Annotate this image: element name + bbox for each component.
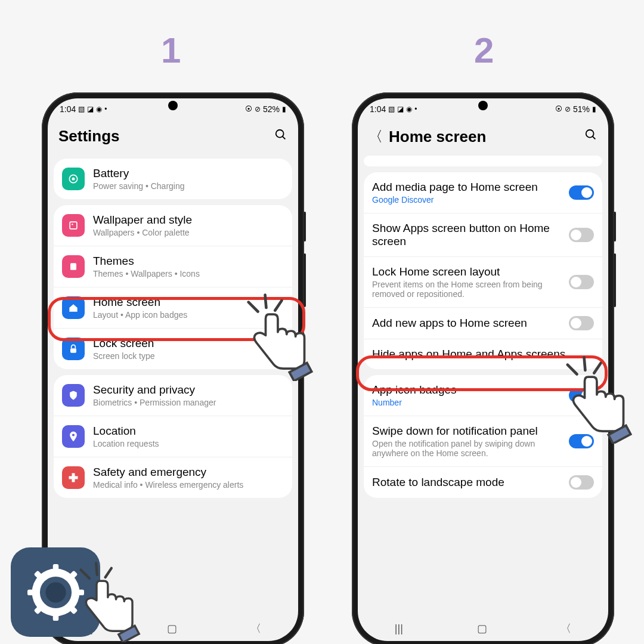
check-icon: ◪ <box>87 105 94 113</box>
svg-rect-12 <box>52 564 58 573</box>
toggle-swipe-down[interactable] <box>569 434 594 448</box>
row-title: App icon badges <box>372 383 569 397</box>
svg-point-9 <box>586 130 594 138</box>
settings-app-icon[interactable] <box>11 547 100 637</box>
circle-icon: ◉ <box>96 105 102 113</box>
recents-icon[interactable]: ||| <box>395 623 403 635</box>
page-title: Home screen <box>389 128 584 146</box>
row-title: Show Apps screen button on Home screen <box>372 222 569 248</box>
check-icon: ◪ <box>397 105 404 113</box>
wallpaper-icon <box>62 214 85 237</box>
row-location[interactable]: Location Location requests <box>54 416 292 457</box>
svg-point-11 <box>45 582 66 602</box>
wifi-icon: ⦿ <box>555 105 562 113</box>
row-title: Security and privacy <box>93 383 284 397</box>
camera-notch <box>478 101 488 110</box>
row-title: Wallpaper and style <box>93 213 284 227</box>
row-title: Themes <box>93 255 284 268</box>
svg-rect-6 <box>70 263 76 270</box>
back-nav-icon[interactable]: 〈 <box>561 621 571 636</box>
toggle-badges[interactable] <box>569 388 594 402</box>
dot-icon: • <box>414 105 417 113</box>
nodata-icon: ⊘ <box>255 105 261 113</box>
settings-header: Settings <box>48 116 298 153</box>
row-sub: Themes • Wallpapers • Icons <box>93 269 284 278</box>
phone-frame-2: 1:04 ▧ ◪ ◉ • ⦿ ⊘ 51% ▮ 〈 Home screen <box>352 92 614 644</box>
row-sub: Number <box>372 398 569 407</box>
row-safety[interactable]: Safety and emergency Medical info • Wire… <box>54 457 292 498</box>
photo-icon: ▧ <box>78 105 85 113</box>
row-hide-apps[interactable]: Hide apps on Home and Apps screens <box>364 339 602 369</box>
android-navbar: ||| ▢ 〈 <box>358 616 608 641</box>
row-battery[interactable]: Battery Power saving • Charging <box>54 159 292 199</box>
row-sub: Biometrics • Permission manager <box>93 398 284 407</box>
row-add-media-page[interactable]: Add media page to Home screen Google Dis… <box>364 172 602 213</box>
row-sub: Prevent items on the Home screen from be… <box>372 280 569 299</box>
wifi-icon: ⦿ <box>245 105 252 113</box>
toggle-rotate[interactable] <box>569 475 594 490</box>
svg-line-1 <box>283 136 286 139</box>
nodata-icon: ⊘ <box>565 105 571 113</box>
photo-icon: ▧ <box>388 105 395 113</box>
row-app-icon-badges[interactable]: App icon badges Number <box>364 375 602 416</box>
row-sub: Power saving • Charging <box>93 181 284 191</box>
status-time: 1:04 <box>370 104 386 114</box>
row-swipe-down[interactable]: Swipe down for notification panel Open t… <box>364 416 602 467</box>
battery-icon: ▮ <box>592 105 596 113</box>
row-wallpaper[interactable]: Wallpaper and style Wallpapers • Color p… <box>54 205 292 246</box>
row-title: Swipe down for notification panel <box>372 425 569 438</box>
back-nav-icon[interactable]: 〈 <box>250 621 261 636</box>
row-home-screen[interactable]: Home screen Layout • App icon badges <box>54 287 292 329</box>
home-icon <box>62 296 85 319</box>
step-number-2: 2 <box>474 30 494 71</box>
row-themes[interactable]: Themes Themes • Wallpapers • Icons <box>54 246 292 287</box>
svg-point-8 <box>72 434 75 436</box>
row-title: Battery <box>93 167 284 180</box>
home-screen-header: 〈 Home screen <box>358 116 608 153</box>
row-sub: Open the notification panel by swiping d… <box>372 439 569 458</box>
row-title: Lock Home screen layout <box>372 265 569 278</box>
row-title: Rotate to landscape mode <box>372 476 569 489</box>
row-title: Location <box>93 425 284 438</box>
lock-icon <box>62 338 85 360</box>
row-sub: Layout • App icon badges <box>93 310 284 320</box>
svg-rect-4 <box>70 222 77 229</box>
row-sub: Location requests <box>93 439 284 448</box>
battery-icon: ▮ <box>282 105 286 113</box>
battery-icon <box>62 168 85 190</box>
search-icon[interactable] <box>274 128 287 145</box>
dot-icon: • <box>104 105 107 113</box>
row-sub: Medical info • Wireless emergency alerts <box>93 480 284 490</box>
row-title: Lock screen <box>93 337 284 350</box>
search-icon[interactable] <box>584 128 597 145</box>
svg-line-10 <box>593 137 596 140</box>
svg-point-5 <box>72 224 73 225</box>
row-security[interactable]: Security and privacy Biometrics • Permis… <box>54 375 292 416</box>
toggle-lock-layout[interactable] <box>569 275 594 289</box>
toggle-apps-button[interactable] <box>569 228 594 242</box>
row-title: Add media page to Home screen <box>372 181 569 194</box>
toggle-media-page[interactable] <box>569 185 594 200</box>
row-lock-screen[interactable]: Lock screen Screen lock type <box>54 329 292 369</box>
page-title: Settings <box>58 127 274 145</box>
camera-notch <box>168 101 178 110</box>
status-time: 1:04 <box>60 104 76 114</box>
row-rotate[interactable]: Rotate to landscape mode <box>364 467 602 498</box>
row-sub: Wallpapers • Color palette <box>93 228 284 237</box>
circle-icon: ◉ <box>406 105 412 113</box>
svg-rect-15 <box>75 589 83 595</box>
home-nav-icon[interactable]: ▢ <box>477 622 487 635</box>
safety-icon <box>62 466 85 489</box>
status-battery: 52% <box>263 104 280 114</box>
row-add-new-apps[interactable]: Add new apps to Home screen <box>364 308 602 339</box>
row-lock-layout[interactable]: Lock Home screen layout Prevent items on… <box>364 257 602 308</box>
back-icon[interactable]: 〈 <box>369 127 383 146</box>
svg-point-3 <box>72 178 75 181</box>
home-nav-icon[interactable]: ▢ <box>167 622 177 635</box>
row-show-apps-button[interactable]: Show Apps screen button on Home screen <box>364 213 602 257</box>
row-title: Hide apps on Home and Apps screens <box>372 348 594 361</box>
svg-rect-13 <box>52 611 58 620</box>
location-icon <box>62 425 85 448</box>
toggle-add-new-apps[interactable] <box>569 316 594 330</box>
status-battery: 51% <box>573 104 590 114</box>
